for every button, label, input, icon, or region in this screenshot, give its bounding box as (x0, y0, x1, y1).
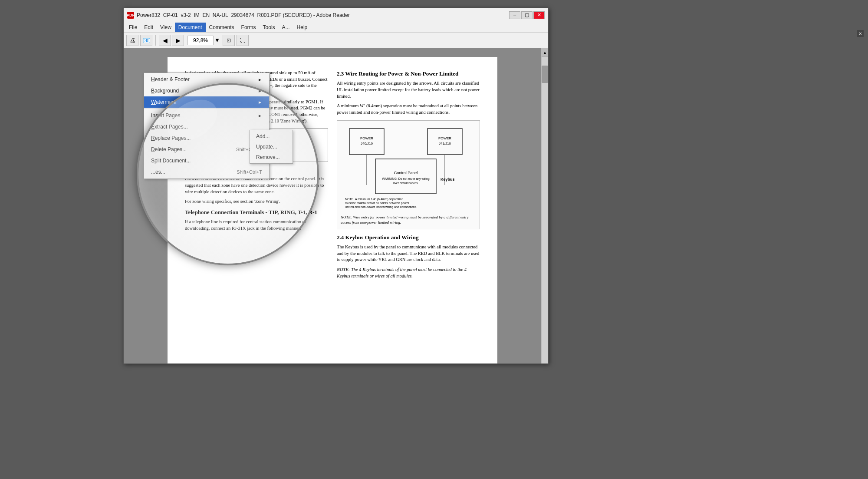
scroll-thumb[interactable] (542, 66, 548, 83)
submenu-arrow-ins: ► (258, 113, 262, 118)
zone-body2: For zone wiring specifics, see section '… (185, 198, 328, 205)
vertical-scrollbar[interactable]: ▲ (541, 48, 548, 363)
menu-watermark-remove[interactable]: Remove... (250, 152, 293, 162)
menu-bar: File Edit View Document Comments Forms T… (124, 22, 548, 33)
zoom-group: ▼ (187, 36, 221, 45)
svg-text:over circuit boards.: over circuit boards. (393, 182, 418, 185)
menu-insert-pages[interactable]: Insert Pages ► (144, 110, 269, 121)
print-button[interactable]: 🖨 (126, 35, 138, 46)
menu-file[interactable]: File (125, 23, 141, 32)
menu-view[interactable]: View (157, 23, 175, 32)
submenu-sep-1 (144, 109, 269, 109)
tel-title: Telephone Connection Terminals - TIP, RI… (185, 208, 328, 216)
toolbar-separator-1 (155, 35, 156, 46)
svg-text:limited and non-power limited : limited and non-power limited wiring and… (345, 205, 417, 209)
diagram-note: NOTE: Wire entry for power limited wirin… (341, 215, 476, 225)
menu-watermark-add[interactable]: Add... (250, 131, 293, 142)
scroll-up-button[interactable]: ▲ (542, 48, 548, 57)
svg-text:must be maintained at all poin: must be maintained at all points between… (345, 202, 410, 205)
submenu-arrow-wm: ► (258, 100, 262, 105)
section-2-4-body: The Keybus is used by the panel to commu… (337, 244, 480, 263)
content-area: is designed so ed by the panel, all swit… (124, 48, 548, 363)
tel-body: If a telephone line is required for cent… (185, 219, 328, 231)
svg-text:Control Panel: Control Panel (394, 171, 418, 175)
menu-watermark-update[interactable]: Update... (250, 142, 293, 152)
section-2-4-title: 2.4 Keybus Operation and Wiring (337, 234, 480, 241)
panel-close-button[interactable]: ✕ (857, 30, 864, 37)
menu-document[interactable]: Document (175, 23, 206, 32)
next-page-button[interactable]: ▶ (172, 35, 184, 46)
close-button[interactable]: ✕ (533, 11, 545, 19)
wiring-diagram-svg: POWER J40/J10 POWER J41/J10 Control Pane… (341, 124, 471, 211)
menu-header-footer[interactable]: Header & Footer ► (144, 74, 269, 85)
nav-group: ◀ ▶ (159, 35, 184, 46)
more-shortcut: Shift+Ctrl+T (237, 169, 262, 175)
app-icon: PDF (127, 12, 134, 19)
section-2-3-title: 2.3 Wire Routing for Power & Non-Power L… (337, 70, 480, 78)
pdf-right-column: 2.3 Wire Routing for Power & Non-Power L… (337, 70, 480, 283)
maximize-button[interactable]: ▢ (521, 11, 533, 19)
minimize-button[interactable]: – (509, 11, 520, 19)
section-2-4-note: NOTE: The 4 Keybus terminals of the pane… (337, 267, 480, 279)
menu-forms[interactable]: Forms (238, 23, 260, 32)
svg-text:NOTE: A minimum 1/4" (6.4mm) s: NOTE: A minimum 1/4" (6.4mm) separation (345, 198, 403, 201)
email-button[interactable]: 📧 (140, 35, 152, 46)
svg-text:J41/J10: J41/J10 (439, 142, 451, 145)
fullscreen-button[interactable]: ⛶ (237, 35, 249, 46)
submenu-arrow-bg: ► (258, 89, 262, 93)
menu-tools[interactable]: Tools (260, 23, 279, 32)
window-title: Power832_CP-01_v3-2_IM_EN_NA-UL_29034674… (137, 12, 509, 18)
svg-text:POWER: POWER (360, 136, 373, 140)
menu-more[interactable]: ...es... Shift+Ctrl+T (144, 166, 269, 178)
svg-text:Keybus: Keybus (441, 177, 455, 182)
svg-text:J40/J10: J40/J10 (361, 142, 373, 145)
zoom-input[interactable] (187, 36, 214, 45)
section-2-3-body2: A minimum ¼" (6.4mm) separation must be … (337, 103, 480, 116)
toolbar: 🖨 📧 ◀ ▶ ▼ ⊡ ⛶ (124, 33, 548, 48)
submenu-arrow: ► (258, 77, 262, 82)
app-window: PDF Power832_CP-01_v3-2_IM_EN_NA-UL_2903… (123, 8, 549, 364)
svg-text:POWER: POWER (438, 136, 451, 140)
prev-page-button[interactable]: ◀ (159, 35, 171, 46)
menu-background[interactable]: Background ► (144, 85, 269, 96)
pdf-page: is designed so ed by the panel, all swit… (124, 48, 541, 363)
menu-comments[interactable]: Comments (206, 23, 238, 32)
menu-edit[interactable]: Edit (141, 23, 157, 32)
watermark-submenu: Add... Update... Remove... (250, 130, 293, 164)
zoom-dropdown-arrow[interactable]: ▼ (214, 37, 221, 43)
fit-page-button[interactable]: ⊡ (223, 35, 235, 46)
svg-text:WARNING: Do not route any wiri: WARNING: Do not route any wiring (382, 177, 430, 181)
menu-acrobat[interactable]: A... (279, 23, 293, 32)
menu-help[interactable]: Help (293, 23, 311, 32)
section-2-3-body1: All wiring entry points are designated b… (337, 80, 480, 99)
window-controls: – ▢ ✕ (509, 11, 545, 19)
menu-watermark[interactable]: Watermark ► (144, 96, 269, 108)
svg-rect-6 (375, 159, 436, 194)
wiring-diagram: POWER J40/J10 POWER J41/J10 Control Pane… (337, 120, 480, 229)
title-bar: PDF Power832_CP-01_v3-2_IM_EN_NA-UL_2903… (124, 8, 548, 22)
